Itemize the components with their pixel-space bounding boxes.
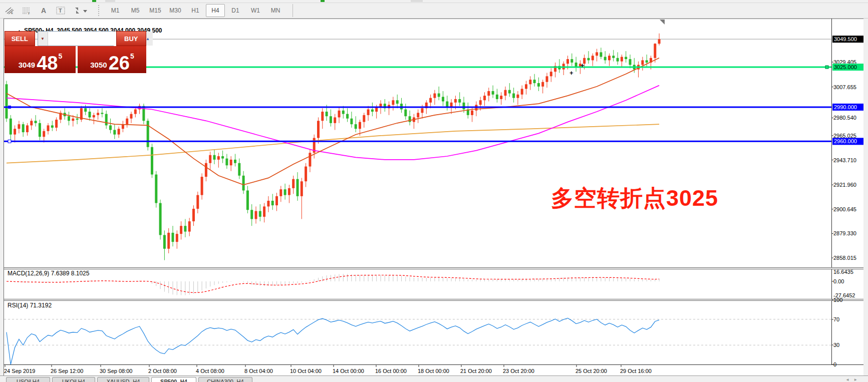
- chart-tab-sp500[interactable]: SP500-,H4: [151, 377, 196, 382]
- chart-annotation[interactable]: 多空转折点3025: [551, 183, 718, 213]
- cross-marker: +: [581, 62, 585, 69]
- text-label-tool-icon[interactable]: T: [53, 4, 68, 17]
- time-axis-label: 10 Oct 04:00: [290, 368, 322, 374]
- drawing-and-timeframe-toolbar: E F A T M1 M5 M15 M30 H1 H4 D1 W1 MN: [0, 3, 868, 19]
- buy-price-points: 26: [109, 55, 130, 71]
- text-tool-icon[interactable]: A: [36, 4, 51, 17]
- time-axis-label: 4 Oct 08:00: [196, 368, 224, 374]
- svg-text:2921.960: 2921.960: [833, 182, 856, 188]
- equidistant-channel-tool-icon[interactable]: E: [2, 4, 17, 17]
- time-axis-label: 16 Oct 00:00: [375, 368, 407, 374]
- toolbar-remnant-icon: [105, 0, 115, 2]
- toolbar-grip[interactable]: [98, 5, 101, 16]
- buy-button[interactable]: BUY: [116, 31, 147, 46]
- macd-histogram: [7, 274, 659, 295]
- toolbar-remnant-icon: [92, 0, 96, 2]
- svg-text:3007.655: 3007.655: [833, 84, 856, 90]
- svg-text:E: E: [11, 12, 13, 15]
- sell-button[interactable]: SELL: [5, 31, 35, 46]
- sell-price-pip: 5: [58, 52, 62, 60]
- svg-text:2980.540: 2980.540: [833, 115, 856, 121]
- svg-text:3049.500: 3049.500: [834, 36, 857, 42]
- svg-text:2990.000: 2990.000: [834, 104, 857, 110]
- chart-shift-marker: [660, 20, 665, 25]
- fibonacci-tool-icon[interactable]: F: [19, 4, 34, 17]
- time-axis-label: 21 Oct 20:00: [460, 368, 492, 374]
- timeframe-m5-button[interactable]: M5: [126, 4, 145, 17]
- one-click-trade-panel: SELL ▼ ▲ BUY 3049 48 5 3050 26 5: [5, 31, 146, 73]
- chart-tab-bar: USOil,H4 UKOil,H4 XAUUSD-,H4 SP500-,H4 C…: [0, 375, 868, 382]
- svg-text:2900.645: 2900.645: [833, 206, 856, 212]
- svg-text:2943.710: 2943.710: [833, 157, 856, 163]
- timeframe-mn-button[interactable]: MN: [266, 4, 285, 17]
- ma-fast-line: [7, 58, 659, 185]
- svg-text:70: 70: [833, 316, 839, 322]
- svg-text:2858.015: 2858.015: [833, 255, 856, 261]
- rsi-indicator-label: RSI(14) 71.3192: [8, 302, 52, 309]
- timeframe-h1-button[interactable]: H1: [186, 4, 205, 17]
- timeframe-m30-button[interactable]: M30: [166, 4, 185, 17]
- time-axis-label: 30 Sep 08:00: [100, 368, 132, 374]
- timeframe-m1-button[interactable]: M1: [106, 4, 125, 17]
- chart-window[interactable]: 3029.4053007.6552980.5402965.0252943.710…: [4, 19, 863, 375]
- chart-tab-china300[interactable]: CHINA300-,H4: [198, 377, 252, 382]
- rsi-line: [7, 318, 659, 365]
- svg-text:30: 30: [833, 342, 839, 348]
- time-axis-label: 14 Oct 00:00: [333, 368, 364, 374]
- time-axis-label: 2 Oct 08:00: [148, 368, 177, 374]
- buy-price-display[interactable]: 3050 26 5: [78, 46, 146, 73]
- sell-price-display[interactable]: 3049 48 5: [5, 46, 76, 73]
- svg-text:2879.330: 2879.330: [833, 230, 856, 236]
- timeframe-w1-button[interactable]: W1: [246, 4, 265, 17]
- time-axis-label: 25 Oct 20:00: [575, 368, 607, 374]
- svg-text:2960.000: 2960.000: [834, 138, 857, 144]
- arrows-tool-icon[interactable]: [70, 4, 91, 17]
- svg-text:0: 0: [833, 361, 836, 367]
- chart-tab-usoil[interactable]: USOil,H4: [6, 377, 50, 382]
- macd-signal-line: [7, 275, 659, 293]
- buy-price-figure: 3050: [90, 61, 107, 69]
- time-axis-label: 24 Sep 2019: [4, 368, 35, 374]
- timeframe-d1-button[interactable]: D1: [226, 4, 245, 17]
- terminal-window: E F A T M1 M5 M15 M30 H1 H4 D1 W1 MN 302…: [0, 0, 868, 382]
- svg-text:16.6435: 16.6435: [833, 269, 853, 275]
- time-axis-label: 23 Oct 20:00: [503, 368, 534, 374]
- chart-tab-ukoil[interactable]: UKOil,H4: [52, 377, 95, 382]
- ma-slow-line: [7, 124, 659, 163]
- toolbar-remnant-icon: [321, 0, 325, 2]
- time-axis-label: 18 Oct 00:00: [418, 368, 449, 374]
- toolbar-remnant-icon: [411, 0, 423, 2]
- toolbar-separator: [293, 4, 293, 17]
- sell-price-figure: 3049: [19, 61, 35, 69]
- tab-scroll-arrows-icon[interactable]: ◄ ►: [845, 377, 859, 382]
- window-right-edge: [863, 19, 868, 382]
- svg-text:100: 100: [833, 297, 842, 303]
- sell-price-points: 48: [37, 55, 58, 71]
- time-axis-label: 8 Oct 04:00: [244, 368, 273, 374]
- svg-text:2965.025: 2965.025: [833, 133, 856, 139]
- timeframe-m15-button[interactable]: M15: [146, 4, 165, 17]
- chart-tab-xauusd[interactable]: XAUUSD-,H4: [97, 377, 149, 382]
- svg-text:0.00: 0.00: [833, 278, 844, 284]
- cross-marker: +: [569, 69, 573, 77]
- timeframe-h4-button[interactable]: H4: [206, 4, 225, 17]
- macd-indicator-label: MACD(12,26,9) 7.6389 8.1025: [8, 270, 89, 277]
- time-axis-label: 26 Sep 12:00: [51, 368, 83, 374]
- volume-spinner: ▼ ▲: [38, 31, 114, 46]
- svg-text:F: F: [28, 12, 30, 15]
- svg-text:3025.000: 3025.000: [834, 64, 857, 70]
- svg-text:T: T: [59, 8, 62, 14]
- volume-decrease-button[interactable]: ▼: [38, 32, 48, 46]
- time-axis-label: 29 Oct 16:00: [620, 368, 652, 374]
- buy-price-pip: 5: [130, 52, 134, 60]
